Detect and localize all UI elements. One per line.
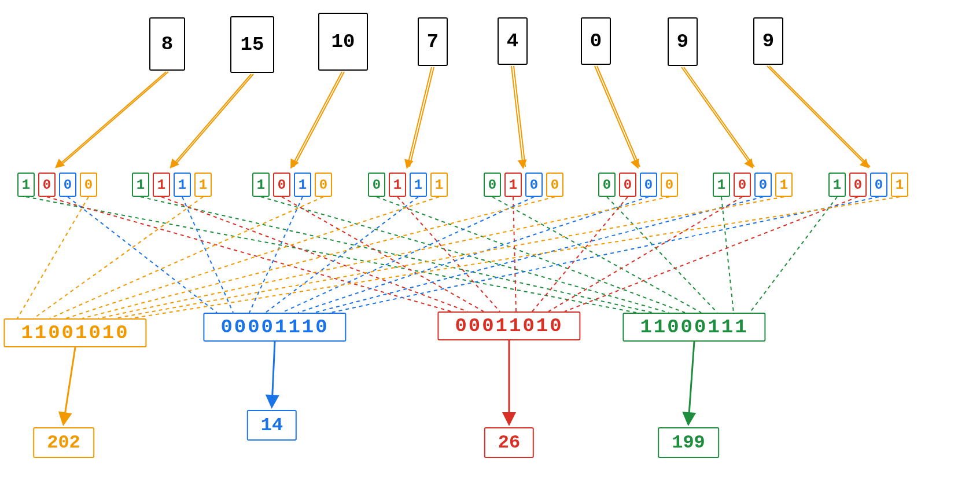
svg-line-13: [684, 67, 754, 167]
svg-line-14: [767, 66, 868, 167]
input-value: 0: [590, 30, 602, 52]
svg-line-33: [513, 197, 516, 311]
bit-box-4-2: 0: [525, 173, 543, 197]
svg-line-34: [282, 197, 534, 313]
bit-box-6-2: 0: [754, 173, 772, 197]
byte-binary: 11000111: [640, 316, 748, 338]
svg-line-43: [115, 197, 784, 318]
bit-box-4-3: 0: [546, 173, 563, 197]
bit-box-6-3: 1: [775, 173, 793, 197]
bit-box-5-0: 0: [598, 173, 616, 197]
svg-line-11: [597, 66, 640, 167]
svg-line-39: [98, 197, 669, 318]
svg-line-3: [174, 74, 253, 167]
svg-line-40: [721, 197, 734, 313]
bit-box-2-3: 0: [315, 173, 332, 197]
bit-value: 0: [373, 177, 381, 193]
input-box-5: 0: [581, 17, 611, 65]
bit-box-0-2: 0: [59, 173, 76, 197]
svg-line-32: [492, 197, 701, 313]
bit-value: 0: [43, 177, 51, 193]
bit-box-0-0: 1: [17, 173, 35, 197]
input-box-3: 7: [418, 17, 448, 66]
svg-line-51: [688, 342, 694, 423]
svg-line-29: [397, 197, 500, 311]
bit-box-7-2: 0: [870, 173, 887, 197]
bit-value: 1: [896, 177, 904, 193]
input-box-0: 8: [149, 17, 185, 71]
bit-box-6-1: 0: [734, 173, 751, 197]
input-box-6: 9: [668, 17, 698, 66]
bit-box-0-1: 0: [38, 173, 56, 197]
byte-binary: 11001010: [21, 322, 129, 344]
svg-line-10: [595, 66, 638, 167]
bit-value: 1: [414, 177, 422, 193]
svg-line-19: [17, 197, 89, 318]
bit-value: 0: [64, 177, 72, 193]
bit-value: 1: [178, 177, 186, 193]
svg-line-42: [314, 197, 763, 313]
byte-binary: 00001110: [220, 316, 329, 338]
byte-box-green: 11000111: [622, 313, 765, 342]
bit-value: 1: [137, 177, 145, 193]
bit-value: 1: [393, 177, 401, 193]
bit-box-1-0: 1: [132, 173, 149, 197]
bit-box-3-1: 1: [389, 173, 406, 197]
decimal-value: 199: [672, 432, 705, 453]
decimal-value: 14: [261, 415, 283, 436]
bit-box-6-0: 1: [713, 173, 730, 197]
bit-value: 1: [22, 177, 30, 193]
bit-box-3-2: 1: [410, 173, 427, 197]
svg-line-16: [26, 197, 636, 313]
decimal-box-orange: 202: [33, 427, 94, 458]
input-value: 8: [161, 33, 173, 55]
bit-value: 1: [199, 177, 207, 193]
input-box-4: 4: [498, 17, 528, 65]
svg-line-2: [171, 74, 251, 167]
svg-line-8: [511, 66, 523, 167]
svg-line-47: [131, 197, 900, 318]
bit-value: 0: [278, 177, 286, 193]
svg-line-26: [249, 197, 303, 313]
input-value: 10: [331, 31, 355, 53]
svg-line-23: [34, 197, 203, 318]
bit-box-7-3: 1: [891, 173, 908, 197]
bit-box-2-1: 0: [273, 173, 290, 197]
bit-value: 1: [257, 177, 265, 193]
svg-line-4: [292, 72, 342, 167]
svg-line-30: [266, 197, 418, 313]
bit-value: 0: [759, 177, 767, 193]
svg-line-27: [50, 197, 323, 318]
svg-line-46: [330, 197, 879, 313]
input-box-1: 15: [230, 16, 274, 73]
bit-box-5-1: 0: [619, 173, 636, 197]
svg-line-31: [66, 197, 439, 318]
bit-value: 0: [84, 177, 93, 193]
bit-box-1-1: 1: [153, 173, 170, 197]
bit-box-4-0: 0: [484, 173, 501, 197]
bit-value: 0: [644, 177, 653, 193]
bit-value: 1: [299, 177, 307, 193]
input-value: 9: [762, 30, 774, 52]
bit-value: 1: [717, 177, 725, 193]
svg-line-17: [47, 197, 451, 311]
svg-line-41: [548, 197, 742, 311]
bit-box-7-1: 0: [849, 173, 867, 197]
bit-value: 1: [509, 177, 517, 193]
svg-line-15: [769, 66, 870, 167]
input-value: 7: [427, 31, 439, 53]
svg-line-0: [57, 72, 166, 167]
byte-box-blue: 00001110: [203, 313, 346, 342]
svg-line-22: [182, 197, 233, 313]
bit-box-4-1: 1: [504, 173, 522, 197]
input-box-2: 10: [318, 13, 368, 71]
svg-line-28: [377, 197, 685, 313]
input-box-7: 9: [753, 17, 783, 65]
svg-line-48: [64, 347, 75, 423]
decimal-value: 202: [47, 432, 80, 453]
svg-line-6: [407, 67, 432, 167]
svg-line-49: [272, 342, 275, 405]
svg-line-44: [750, 197, 837, 313]
bit-box-5-3: 0: [661, 173, 678, 197]
svg-line-36: [607, 197, 717, 313]
